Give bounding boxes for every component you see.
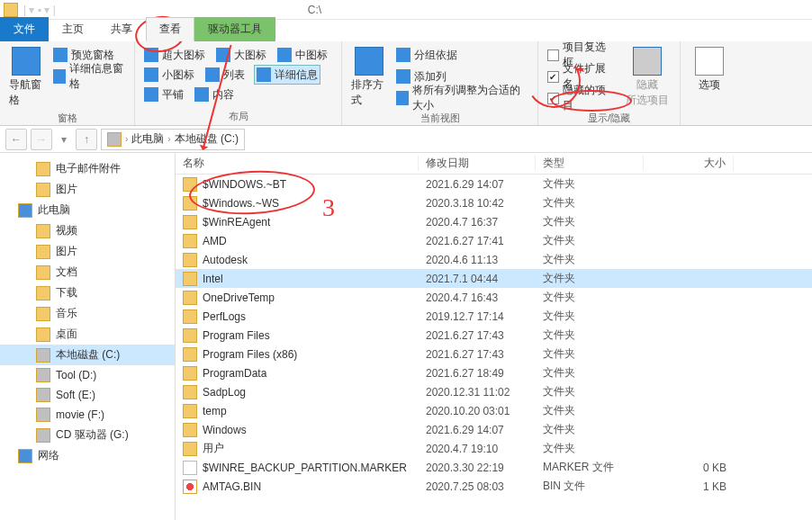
folder-icon bbox=[36, 162, 50, 176]
file-icon bbox=[183, 461, 197, 475]
file-row[interactable]: PerfLogs2019.12.7 17:14文件夹 bbox=[176, 307, 812, 326]
tree-label: 网络 bbox=[38, 448, 59, 463]
breadcrumb[interactable]: › 此电脑 › 本地磁盘 (C:) bbox=[101, 129, 245, 150]
tree-item[interactable]: 电子邮件附件 bbox=[0, 158, 175, 179]
tab-share[interactable]: 共享 bbox=[97, 17, 146, 41]
hide-selected-button[interactable]: 隐藏 所选项目 bbox=[623, 45, 672, 110]
fit-columns-button[interactable]: 将所有列调整为合适的大小 bbox=[394, 88, 530, 108]
file-row[interactable]: SadpLog2020.12.31 11:02文件夹 bbox=[176, 382, 812, 401]
tree-item[interactable]: Tool (D:) bbox=[0, 365, 175, 385]
group-panes: 导航窗格 预览窗格 详细信息窗格 窗格 bbox=[0, 41, 135, 125]
tree-item[interactable]: 本地磁盘 (C:) bbox=[0, 345, 175, 365]
crumb-pc[interactable]: 此电脑 bbox=[131, 131, 164, 147]
file-row[interactable]: OneDriveTemp2020.4.7 16:43文件夹 bbox=[176, 288, 812, 307]
back-button[interactable]: ← bbox=[5, 129, 27, 150]
layout-m[interactable]: 中图标 bbox=[275, 45, 329, 65]
tree-item[interactable]: 视频 bbox=[0, 220, 175, 241]
folder-icon bbox=[183, 366, 197, 381]
layout-content[interactable]: 内容 bbox=[193, 85, 236, 104]
hidden-items-toggle[interactable]: ✔隐藏的项目 bbox=[546, 88, 618, 108]
folder-icon bbox=[183, 177, 197, 192]
file-row[interactable]: $WinREAgent2020.4.7 16:37文件夹 bbox=[176, 212, 812, 231]
group-options: 选项 bbox=[681, 41, 731, 125]
file-row[interactable]: AMTAG.BIN2020.7.25 08:03BIN 文件1 KB bbox=[176, 477, 812, 496]
folder-icon bbox=[36, 183, 50, 197]
layout-list[interactable]: 列表 bbox=[203, 65, 247, 85]
file-type: 文件夹 bbox=[536, 422, 644, 437]
file-row[interactable]: Program Files (x86)2021.6.27 17:43文件夹 bbox=[176, 345, 812, 363]
file-name: temp bbox=[203, 405, 227, 417]
l-icon bbox=[216, 48, 230, 62]
forward-button[interactable]: → bbox=[31, 129, 52, 150]
tree-item[interactable]: 文档 bbox=[0, 262, 175, 282]
file-row[interactable]: Intel2021.7.1 04:44文件夹 bbox=[176, 269, 812, 288]
file-row[interactable]: Program Files2021.6.27 17:43文件夹 bbox=[176, 326, 812, 345]
tree-label: Tool (D:) bbox=[56, 369, 96, 381]
tree-item[interactable]: 图片 bbox=[0, 179, 175, 200]
tab-drive-tools[interactable]: 驱动器工具 bbox=[194, 17, 275, 41]
pc-icon bbox=[18, 203, 32, 218]
xl-icon bbox=[144, 48, 158, 62]
file-row[interactable]: $WINDOWS.~BT2021.6.29 14:07文件夹 bbox=[176, 175, 812, 193]
layout-details[interactable]: 详细信息 bbox=[254, 65, 320, 85]
file-size: 0 KB bbox=[644, 462, 734, 474]
file-type: 文件夹 bbox=[536, 346, 644, 362]
tab-view[interactable]: 查看 bbox=[146, 17, 194, 41]
title-path: C:\ bbox=[308, 4, 321, 16]
group-by-button[interactable]: 分组依据 bbox=[394, 45, 530, 65]
file-row[interactable]: AMD2021.6.27 17:41文件夹 bbox=[176, 231, 812, 250]
tree-item[interactable]: 图片 bbox=[0, 241, 175, 262]
tree-label: Soft (E:) bbox=[56, 389, 95, 401]
up-button[interactable]: ↑ bbox=[76, 129, 97, 150]
layout-s[interactable]: 小图标 bbox=[142, 65, 196, 85]
file-row[interactable]: temp2020.10.20 03:01文件夹 bbox=[176, 401, 812, 420]
tree-item[interactable]: CD 驱动器 (G:) bbox=[0, 425, 175, 445]
file-row[interactable]: $Windows.~WS2020.3.18 10:42文件夹 bbox=[176, 193, 812, 212]
tree-item[interactable]: movie (F:) bbox=[0, 405, 175, 425]
file-name: 用户 bbox=[203, 441, 224, 456]
file-type: 文件夹 bbox=[536, 214, 644, 229]
layout-tiles[interactable]: 平铺 bbox=[142, 85, 185, 104]
nav-pane-button[interactable]: 导航窗格 bbox=[7, 45, 46, 110]
tree-item[interactable]: 桌面 bbox=[0, 324, 175, 345]
folder-icon bbox=[36, 245, 50, 259]
file-list[interactable]: 名称 修改日期 类型 大小 $WINDOWS.~BT2021.6.29 14:0… bbox=[176, 153, 812, 520]
header-date[interactable]: 修改日期 bbox=[419, 156, 536, 171]
content-icon bbox=[194, 87, 209, 102]
tree-item[interactable]: Soft (E:) bbox=[0, 385, 175, 405]
options-icon bbox=[695, 47, 724, 76]
file-row[interactable]: 用户2020.4.7 19:10文件夹 bbox=[176, 439, 812, 458]
details-pane-button[interactable]: 详细信息窗格 bbox=[51, 67, 127, 86]
file-row[interactable]: $WINRE_BACKUP_PARTITION.MARKER2020.3.30 … bbox=[176, 458, 812, 477]
sort-button[interactable]: 排序方式 bbox=[349, 45, 389, 110]
tree-item[interactable]: 音乐 bbox=[0, 303, 175, 324]
tree-label: 下载 bbox=[56, 285, 77, 300]
tab-file[interactable]: 文件 bbox=[0, 17, 49, 41]
tree-item[interactable]: 网络 bbox=[0, 445, 175, 466]
file-row[interactable]: ProgramData2021.6.27 18:49文件夹 bbox=[176, 363, 812, 382]
layout-l[interactable]: 大图标 bbox=[214, 45, 268, 65]
nav-tree[interactable]: 电子邮件附件图片此电脑视频图片文档下载音乐桌面本地磁盘 (C:)Tool (D:… bbox=[0, 153, 176, 520]
file-type: 文件夹 bbox=[536, 403, 644, 418]
header-name[interactable]: 名称 bbox=[176, 156, 419, 171]
pc-icon bbox=[18, 449, 32, 463]
column-headers: 名称 修改日期 类型 大小 bbox=[176, 153, 812, 175]
tree-item[interactable]: 此电脑 bbox=[0, 200, 175, 220]
file-row[interactable]: Autodesk2020.4.6 11:13文件夹 bbox=[176, 250, 812, 269]
header-type[interactable]: 类型 bbox=[536, 156, 644, 171]
layout-xl[interactable]: 超大图标 bbox=[142, 45, 207, 65]
group-current-view: 排序方式 分组依据 添加列 将所有列调整为合适的大小 当前视图 bbox=[342, 41, 538, 125]
options-button[interactable]: 选项 bbox=[688, 45, 731, 94]
tree-item[interactable]: 下载 bbox=[0, 282, 175, 303]
hide-icon bbox=[633, 47, 662, 76]
history-dropdown[interactable]: ▾ bbox=[56, 129, 72, 150]
group-show-hide-title: 显示/隐藏 bbox=[546, 110, 672, 125]
tab-home[interactable]: 主页 bbox=[49, 17, 97, 41]
hidden-label: 隐藏的项目 bbox=[563, 83, 616, 113]
file-type: 文件夹 bbox=[536, 252, 644, 267]
header-size[interactable]: 大小 bbox=[644, 156, 734, 171]
group-panes-title: 窗格 bbox=[7, 110, 127, 125]
folder-icon bbox=[183, 196, 197, 211]
file-row[interactable]: Windows2021.6.29 14:07文件夹 bbox=[176, 420, 812, 439]
crumb-drive[interactable]: 本地磁盘 (C:) bbox=[175, 131, 239, 147]
